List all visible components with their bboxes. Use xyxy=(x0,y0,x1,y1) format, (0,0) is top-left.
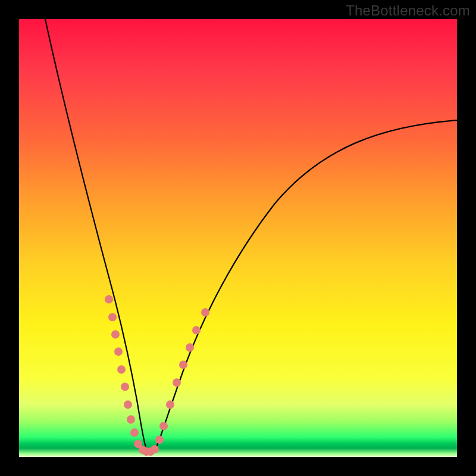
svg-point-4 xyxy=(117,365,126,374)
svg-point-20 xyxy=(192,326,201,334)
svg-point-14 xyxy=(155,436,164,444)
chart-frame: TheBottleneck.com xyxy=(0,0,476,476)
svg-point-19 xyxy=(186,343,194,352)
curve-right-branch xyxy=(150,120,457,453)
marker-dots xyxy=(105,295,209,456)
svg-point-7 xyxy=(127,415,135,424)
svg-point-13 xyxy=(151,445,159,453)
svg-point-6 xyxy=(124,400,132,409)
chart-plot-area xyxy=(19,19,457,457)
svg-point-2 xyxy=(111,330,120,339)
svg-point-18 xyxy=(179,361,187,369)
curve-left-branch xyxy=(45,19,150,453)
svg-point-3 xyxy=(114,347,123,356)
svg-point-15 xyxy=(159,422,168,430)
svg-point-0 xyxy=(105,295,113,303)
svg-point-16 xyxy=(166,400,174,409)
svg-point-5 xyxy=(121,383,129,391)
svg-point-8 xyxy=(130,428,139,437)
svg-point-21 xyxy=(201,308,209,317)
svg-point-17 xyxy=(173,378,181,387)
curve-svg xyxy=(19,19,457,457)
watermark-text: TheBottleneck.com xyxy=(346,2,470,19)
svg-point-1 xyxy=(108,313,117,321)
